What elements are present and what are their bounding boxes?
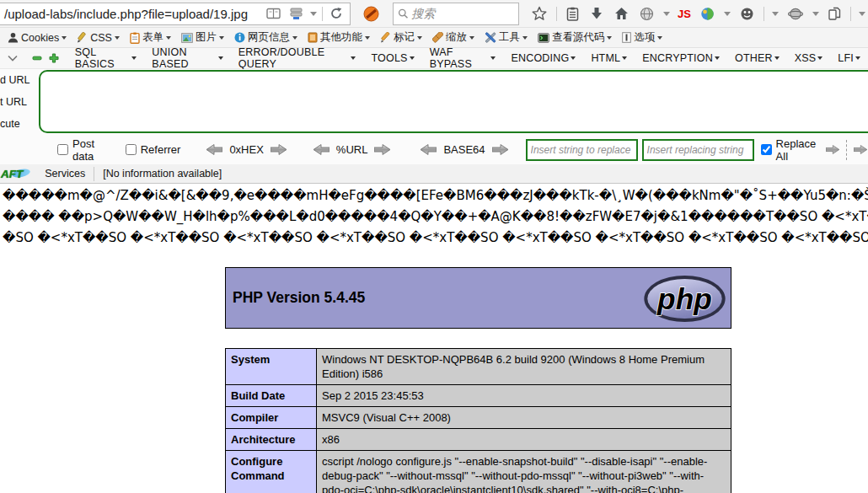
row-value: Sep 2 2015 23:45:53 [317,385,731,407]
split-url-button[interactable]: t URL [0,96,27,108]
extra-run-button[interactable] [854,144,868,155]
info-icon [234,32,245,43]
table-row: System Windows NT DESKTOP-NQPB64B 6.2 bu… [226,349,731,385]
menu-html[interactable]: HTML [583,52,635,64]
webdev-misc-menu[interactable]: 其他功能 [303,28,375,47]
services-status-text: [No information available] [94,168,222,180]
webdev-cookies-menu[interactable]: Cookies [3,28,72,47]
home-icon[interactable] [613,2,630,25]
globe-dropdown-icon[interactable] [663,12,670,16]
search-icon [398,8,408,19]
menu-xss[interactable]: XSS [787,52,831,64]
row-value: x86 [317,429,731,451]
adblock-button[interactable] [362,2,381,25]
url-decode-button[interactable] [313,144,330,155]
browser-window: /upload-labs/include.php?file=upload/19.… [0,0,868,493]
form-clipboard-icon [130,32,140,44]
binary-garbage-line: �����m�@^/Z��i&�[&��9,�e����mH�eFg����[E… [0,184,868,205]
load-url-button[interactable]: d URL [0,74,29,86]
webdev-pageinfo-menu[interactable]: 网页信息 [229,28,303,47]
menu-other[interactable]: OTHER [727,52,787,64]
table-row: Configure Command cscript /nologo config… [226,451,731,493]
table-row: Compiler MSVC9 (Visual C++ 2008) [226,407,731,429]
url-encode-button[interactable] [374,144,391,155]
hackbar-minimize-icon[interactable] [32,53,42,63]
binary-garbage-line: ���� ��p>Q�W��W_H�lh�p%���L�d0�����4�Q�Y… [0,205,868,226]
terminal-icon [538,33,549,43]
mask-dropdown-icon[interactable] [772,12,779,16]
search-input[interactable] [411,7,514,20]
pages-icon[interactable] [827,2,843,25]
toolbar-logo[interactable]: AFT [0,164,23,183]
translate-globe-icon[interactable] [699,2,716,25]
hackbar-textarea[interactable] [39,70,868,133]
post-data-checkbox[interactable]: Post data [57,137,109,163]
row-key: Compiler [226,407,317,429]
cookie-mask-icon[interactable] [738,2,756,25]
menu-tools[interactable]: TOOLS [363,52,421,64]
menu-encoding[interactable]: ENCODING [503,52,583,64]
svg-text:php: php [656,282,712,315]
reading-list-icon[interactable] [265,2,282,25]
hex-decode-button[interactable] [206,144,222,155]
tools-icon [485,32,496,43]
webdev-outline-menu[interactable]: 标记 [375,28,427,47]
menu-sql-basics[interactable]: SQL BASICS [67,46,145,70]
php-logo: php [643,275,726,323]
url-bar[interactable]: /upload-labs/include.php?file=upload/19.… [0,3,351,25]
ruler-icon [432,32,443,43]
row-value: Windows NT DESKTOP-NQPB64B 6.2 build 920… [317,349,731,385]
js-toggle-button[interactable]: JS [678,8,691,20]
overflow-dropdown-icon[interactable] [859,12,865,16]
menu-union-based[interactable]: UNION BASED [144,46,230,70]
menu-lfi[interactable]: LFI [830,52,868,64]
bookmark-star-icon[interactable] [530,2,549,25]
replace-all-checkbox[interactable]: Replace All [761,137,819,163]
execute-button[interactable]: cute [0,118,20,130]
hex-label: 0xHEX [229,143,263,156]
table-row: Architecture x86 [226,429,731,451]
proxy-globe-icon[interactable] [786,2,805,25]
webdev-images-menu[interactable]: 图片 [176,28,229,47]
menu-error-double-query[interactable]: ERROR/DOUBLE QUERY [231,46,364,70]
webdev-resize-menu[interactable]: 缩放 [427,28,480,47]
proxy-dropdown-icon[interactable] [812,12,819,16]
binary-garbage-line: �SO �<*xT��SO �<*xT��SO �<*xT��SO �<*xT�… [0,226,868,247]
hackbar-collapse-icon[interactable] [0,55,25,62]
reload-button[interactable] [328,2,345,25]
urlbar-dropdown-icon[interactable] [310,12,317,16]
row-value: MSVC9 (Visual C++ 2008) [317,407,731,429]
replace-search-input[interactable] [526,139,638,161]
hackbar-body: d URL t URL cute [0,69,868,135]
options-icon [622,32,631,43]
replace-with-input[interactable] [642,139,754,161]
clipboard-icon[interactable] [565,2,581,25]
base64-decode-button[interactable] [420,144,437,155]
hex-encode-button[interactable] [271,144,287,155]
menu-waf-bypass[interactable]: WAF BYPASS [422,46,504,70]
url-text[interactable]: /upload-labs/include.php?file=upload/19.… [0,7,260,21]
services-menu[interactable]: Services [38,168,94,180]
hackbar-add-icon[interactable] [49,53,59,63]
downloads-icon[interactable] [588,2,605,25]
webdev-css-menu[interactable]: CSS [72,28,125,47]
replace-run-button[interactable] [826,144,840,155]
webdev-viewsource-menu[interactable]: 查看源代码 [533,28,618,47]
hackbar-controls: Post data Referrer 0xHEX %URL BASE64 Rep… [0,135,868,164]
webdev-forms-menu[interactable]: 表单 [125,28,176,47]
table-row: Build Date Sep 2 2015 23:45:53 [226,385,731,407]
webdev-options-menu[interactable]: 选项 [617,28,667,47]
webdev-toolbar: Cookies CSS 表单 图片 网页信息 其他功能 标记 缩放 [0,28,868,48]
referrer-checkbox[interactable]: Referrer [126,143,181,156]
browser-navbar: /upload-labs/include.php?file=upload/19.… [0,0,868,28]
search-bar[interactable] [393,3,519,25]
menu-encryption[interactable]: ENCRYPTION [635,52,727,64]
row-key: Architecture [226,429,317,451]
translate-dropdown-icon[interactable] [724,12,731,16]
base64-encode-button[interactable] [492,144,509,155]
webdev-tools-menu[interactable]: 工具 [480,28,533,47]
row-key: System [226,349,317,385]
server-icon[interactable] [287,2,305,25]
globe-icon[interactable] [638,2,656,25]
box-icon [308,32,318,43]
